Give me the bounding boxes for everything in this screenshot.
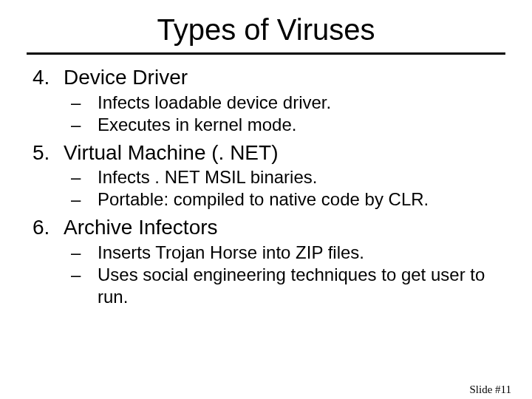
item-heading: 5. Virtual Machine (. NET): [33, 140, 499, 166]
item-number: 5.: [33, 140, 64, 166]
sub-item-text: Uses social engineering techniques to ge…: [98, 264, 499, 308]
sub-item-text: Inserts Trojan Horse into ZIP files.: [98, 242, 364, 264]
sub-item: – Infects . NET MSIL binaries.: [71, 166, 499, 188]
sub-item-text: Portable: compiled to native code by CLR…: [98, 188, 429, 211]
sub-item: – Portable: compiled to native code by C…: [71, 188, 499, 211]
slide-number: Slide #11: [469, 383, 511, 396]
item-number: 6.: [33, 215, 64, 240]
dash-icon: –: [71, 242, 98, 264]
item-number: 4.: [33, 65, 64, 90]
list-item: 5. Virtual Machine (. NET) – Infects . N…: [33, 140, 499, 211]
dash-icon: –: [71, 166, 98, 188]
item-label: Archive Infectors: [64, 215, 218, 240]
dash-icon: –: [71, 264, 98, 286]
dash-icon: –: [71, 188, 98, 211]
item-heading: 4. Device Driver: [33, 65, 499, 90]
sub-item: – Infects loadable device driver.: [71, 92, 499, 114]
list-item: 4. Device Driver – Infects loadable devi…: [33, 65, 499, 136]
list-item: 6. Archive Infectors – Inserts Trojan Ho…: [33, 215, 499, 308]
sub-item: – Uses social engineering techniques to …: [71, 264, 499, 308]
dash-icon: –: [71, 114, 98, 136]
sub-item-text: Infects . NET MSIL binaries.: [98, 166, 317, 188]
slide: Types of Viruses 4. Device Driver – Infe…: [0, 13, 532, 399]
item-label: Device Driver: [64, 65, 188, 90]
sub-item: – Inserts Trojan Horse into ZIP files.: [71, 242, 499, 264]
title-divider: [27, 52, 505, 55]
sub-item-text: Infects loadable device driver.: [98, 92, 331, 114]
sub-item: – Executes in kernel mode.: [71, 114, 499, 136]
slide-title: Types of Viruses: [0, 13, 532, 47]
content-area: 4. Device Driver – Infects loadable devi…: [0, 65, 532, 308]
item-heading: 6. Archive Infectors: [33, 215, 499, 240]
item-label: Virtual Machine (. NET): [64, 140, 278, 166]
dash-icon: –: [71, 92, 98, 114]
sub-item-text: Executes in kernel mode.: [98, 114, 296, 136]
